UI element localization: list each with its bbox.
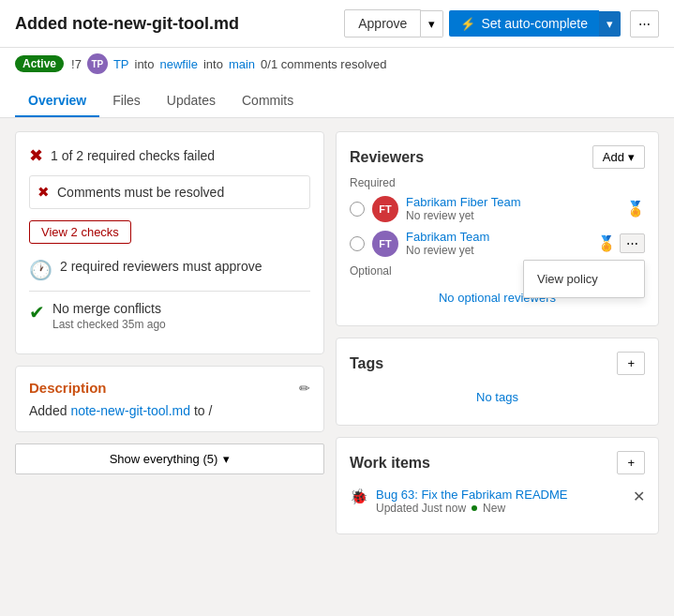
top-bar: Added note-new-git-tool.md Approve ▾ ⚡ S…	[0, 0, 674, 48]
reviewer-policy-icon: 🏅	[626, 200, 645, 218]
policy-dropdown: View policy	[523, 260, 645, 298]
reviewer-actions: 🏅	[626, 200, 645, 218]
show-everything-label: Show everything (5)	[110, 452, 218, 466]
description-card: Description ✏ Added note-new-git-tool.md…	[15, 366, 324, 432]
comments-count: 0/1 comments resolved	[261, 57, 386, 71]
edit-description-icon[interactable]: ✏	[299, 381, 310, 396]
add-work-item-button[interactable]: +	[617, 451, 645, 474]
required-label: Required	[350, 176, 645, 189]
reviewers-card: Reviewers Add ▾ Required FT Fabrikam Fib…	[336, 131, 659, 326]
reviewer-info: Fabrikam Team No review yet	[406, 230, 590, 257]
meta-row: Active !7 TP TP into newfile into main 0…	[15, 53, 659, 82]
top-bar-left: Added note-new-git-tool.md	[15, 14, 239, 34]
reviewer-policy-icon: 🏅	[597, 234, 616, 252]
tags-card: Tags + No tags	[336, 338, 659, 426]
status-dot	[472, 505, 477, 511]
reviewers-title: Reviewers	[350, 149, 424, 166]
sub-check-row: ✖ Comments must be resolved	[29, 175, 310, 209]
work-items-card: Work items + 🐞 Bug 63: Fix the Fabrikam …	[336, 437, 659, 534]
reviewer-avatar: FT	[372, 231, 398, 257]
left-panel: ✖ 1 of 2 required checks failed ✖ Commen…	[15, 131, 324, 534]
description-title: Description	[29, 380, 107, 396]
add-tag-button[interactable]: +	[617, 352, 645, 375]
chevron-down-icon: ▾	[223, 452, 230, 466]
meta-bar: Active !7 TP TP into newfile into main 0…	[0, 48, 674, 118]
tab-updates[interactable]: Updates	[154, 85, 229, 117]
tags-title: Tags	[350, 355, 383, 372]
work-item-info: Bug 63: Fix the Fabrikam README Updated …	[376, 488, 625, 515]
reviewer-more-button[interactable]: ⋯	[620, 233, 645, 253]
checks-card: ✖ 1 of 2 required checks failed ✖ Commen…	[15, 131, 324, 354]
status-badge: Active	[15, 55, 64, 72]
view-policy-item[interactable]: View policy	[524, 266, 644, 292]
reviewer-radio	[350, 202, 365, 217]
chevron-down-icon: ▾	[628, 150, 635, 164]
clock-icon: 🕐	[29, 259, 52, 281]
reviewer-status: No review yet	[406, 209, 619, 222]
merge-check-sub: Last checked 35m ago	[52, 318, 166, 331]
desc-link[interactable]: note-new-git-tool.md	[70, 403, 190, 418]
show-everything-button[interactable]: Show everything (5) ▾	[15, 443, 324, 474]
reviewer-check-text: 2 required reviewers must approve	[60, 259, 262, 274]
autocomplete-button[interactable]: ⚡ Set auto-complete	[449, 10, 599, 37]
checks-bottom: 🕐 2 required reviewers must approve ✔ No…	[29, 249, 310, 340]
work-item-row: 🐞 Bug 63: Fix the Fabrikam README Update…	[350, 482, 645, 520]
reviewer-status: No review yet	[406, 244, 590, 257]
main-content: ✖ 1 of 2 required checks failed ✖ Commen…	[0, 118, 674, 548]
tab-commits[interactable]: Commits	[229, 85, 307, 117]
avatar: TP	[87, 53, 108, 74]
reviewer-name[interactable]: Fabrikam Fiber Team	[406, 195, 619, 209]
tags-header: Tags +	[350, 352, 645, 375]
right-panel: Reviewers Add ▾ Required FT Fabrikam Fib…	[336, 131, 659, 534]
desc-header: Description ✏	[29, 380, 310, 396]
reviewer-row: FT Fabrikam Fiber Team No review yet 🏅	[350, 195, 645, 222]
merge-check-row: ✔ No merge conflicts Last checked 35m ag…	[29, 291, 310, 340]
bolt-icon: ⚡	[460, 17, 475, 31]
work-item-updated: Updated Just now	[376, 502, 466, 515]
tab-overview[interactable]: Overview	[15, 85, 99, 117]
no-tags-text: No tags	[350, 383, 645, 412]
sub-error-icon: ✖	[37, 184, 50, 201]
main-check-text: 1 of 2 required checks failed	[51, 148, 215, 163]
tab-nav: Overview Files Updates Commits	[15, 82, 659, 117]
autocomplete-dropdown-button[interactable]: ▾	[599, 11, 621, 37]
reviewer-check-row: 🕐 2 required reviewers must approve	[29, 249, 310, 291]
approve-group: Approve ▾	[344, 9, 443, 38]
top-actions: Approve ▾ ⚡ Set auto-complete ▾ ⋯	[344, 9, 659, 38]
more-options-button[interactable]: ⋯	[630, 10, 659, 38]
error-icon: ✖	[29, 145, 43, 166]
reviewer-avatar: FT	[372, 196, 398, 222]
chevron-down-icon: ▾	[607, 17, 613, 31]
sub-check-text: Comments must be resolved	[57, 185, 224, 200]
work-items-header: Work items +	[350, 451, 645, 474]
bug-icon: 🐞	[350, 488, 368, 505]
tab-files[interactable]: Files	[99, 85, 154, 117]
work-item-title[interactable]: Bug 63: Fix the Fabrikam README	[376, 488, 625, 502]
reviewer-row: FT Fabrikam Team No review yet 🏅 ⋯ View …	[350, 230, 645, 257]
main-check-row: ✖ 1 of 2 required checks failed	[29, 145, 310, 166]
merge-check-text: No merge conflicts	[52, 301, 166, 316]
branch-from[interactable]: newfile	[159, 57, 197, 71]
work-items-title: Work items	[350, 455, 430, 472]
reviewer-radio	[350, 236, 365, 251]
pr-number: !7	[71, 57, 82, 71]
branch-to[interactable]: main	[229, 57, 255, 71]
author-name[interactable]: TP	[113, 57, 129, 71]
reviewer-name[interactable]: Fabrikam Team	[406, 230, 590, 244]
approve-dropdown-button[interactable]: ▾	[421, 10, 443, 38]
chevron-down-icon: ▾	[428, 17, 435, 31]
plus-icon: +	[627, 456, 635, 470]
success-icon: ✔	[29, 301, 45, 323]
autocomplete-group: ⚡ Set auto-complete ▾	[449, 10, 621, 37]
remove-work-item-button[interactable]: ✕	[633, 488, 645, 505]
page-title: Added note-new-git-tool.md	[15, 14, 239, 34]
work-item-meta: Updated Just now New	[376, 502, 625, 515]
add-reviewer-button[interactable]: Add ▾	[592, 145, 645, 169]
reviewer-actions: 🏅 ⋯	[597, 233, 645, 253]
add-reviewer-label: Add	[603, 150, 624, 164]
plus-icon: +	[627, 356, 635, 370]
approve-button[interactable]: Approve	[344, 9, 421, 38]
reviewer-info: Fabrikam Fiber Team No review yet	[406, 195, 619, 222]
view-checks-button[interactable]: View 2 checks	[29, 220, 131, 244]
description-text: Added note-new-git-tool.md to /	[29, 403, 310, 418]
